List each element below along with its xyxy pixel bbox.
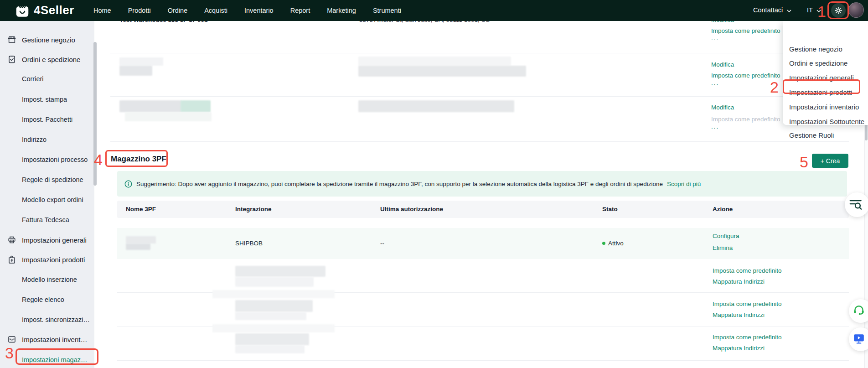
redacted-name (119, 100, 181, 112)
nav-inventario[interactable]: Inventario (244, 7, 274, 14)
row-divider (110, 96, 849, 97)
last-auth-cell: -- (380, 240, 384, 247)
create-button[interactable]: + Crea (812, 154, 848, 168)
page-title: Magazzino 3PF (111, 155, 166, 164)
mappatura-indirizzi-link[interactable]: Mappatura Indirizzi (713, 311, 765, 318)
sidebar-item-label: Impostazioni processo (22, 156, 88, 163)
nav-strumenti[interactable]: Strumenti (373, 7, 401, 14)
nav-acquisti[interactable]: Acquisti (204, 7, 227, 14)
redacted-cell (235, 345, 305, 353)
imposta-predefinito-link[interactable]: Imposta come predefinito (713, 301, 782, 307)
imposta-predefinito-link[interactable]: Imposta come predefinito (711, 27, 780, 34)
menu-impostazioni-prodotti[interactable]: Impostazioni prodotti (789, 88, 852, 98)
nav-home[interactable]: Home (93, 7, 111, 14)
sidebar-item-regole-spedizione[interactable]: Regole di spedizione (0, 175, 94, 185)
sidebar-item-impostazioni-magazzini[interactable]: Impostazioni magazzini (0, 355, 94, 365)
sidebar-item-label: Ordini e spedizione (22, 56, 80, 63)
sidebar-item-impostazioni-processo[interactable]: Impostazioni processo (0, 155, 94, 165)
headset-chat-icon (853, 305, 865, 316)
more-actions-link[interactable]: ... (711, 35, 719, 41)
nav-prodotti[interactable]: Prodotti (128, 7, 151, 14)
sidebar-item-regole-elenco[interactable]: Regole elenco (0, 295, 94, 305)
sidebar-item-modello-export-ordini[interactable]: Modello export ordini (0, 195, 94, 205)
gear-icon (834, 6, 843, 15)
more-actions-link[interactable]: ... (711, 123, 719, 130)
mappatura-indirizzi-link[interactable]: Mappatura Indirizzi (713, 278, 765, 285)
more-actions-link[interactable]: ... (711, 79, 719, 86)
redacted-cell (235, 312, 306, 320)
nav-ordine[interactable]: Ordine (168, 7, 188, 14)
sidebar-item-label: Corrieri (22, 75, 44, 83)
annotation-number-4: 4 (94, 152, 103, 167)
main-nav: Home Prodotti Ordine Acquisti Inventario… (93, 0, 401, 21)
tip-text: Suggerimento: Dopo aver aggiunto il maga… (136, 181, 663, 187)
sidebar-item-label: Impost. sincronizzazio... (22, 316, 90, 323)
modifica-link[interactable]: Modifica (711, 104, 734, 111)
sidebar-item-label: Impostazioni magazzini (22, 356, 90, 363)
settings-gear-button[interactable] (831, 3, 846, 18)
sidebar-item-label: Regole di spedizione (22, 176, 83, 183)
imposta-predefinito-link[interactable]: Imposta come predefinito (713, 334, 782, 341)
redacted-name (119, 57, 163, 66)
search-list-icon (849, 198, 862, 211)
menu-gestione-negozio[interactable]: Gestione negozio (789, 45, 842, 55)
sidebar-item-label: Impostazioni prodotti (22, 256, 85, 264)
4seller-logo-icon (16, 4, 29, 17)
sidebar-item-impostazioni-generali[interactable]: Impostazioni generali (0, 235, 94, 245)
redacted-cell (212, 290, 335, 298)
sidebar-item-modello-inserzione[interactable]: Modello inserzione (0, 275, 94, 285)
row-divider (117, 360, 849, 361)
sidebar-item-impost-sincronizzazione[interactable]: Impost. sincronizzazio... (0, 315, 94, 325)
sidebar-item-impost-stampa[interactable]: Impost. stampa (0, 94, 94, 104)
sidebar-item-fattura-tedesca[interactable]: Fattura Tedesca (0, 215, 94, 225)
support-chat-fab[interactable] (849, 299, 868, 323)
sidebar-item-label: Fattura Tedesca (22, 216, 69, 223)
redacted-address (358, 100, 514, 112)
menu-impostazioni-sottoutente[interactable]: Impostazioni Sottoutente (789, 118, 864, 128)
printer-icon (7, 235, 16, 244)
nav-report[interactable]: Report (290, 7, 310, 14)
chevron-down-icon (787, 10, 791, 12)
bag-upload-icon (7, 255, 16, 264)
menu-impostazioni-inventario[interactable]: Impostazioni inventario (789, 103, 859, 113)
imposta-predefinito-link[interactable]: Imposta come predefinito (713, 267, 782, 274)
topbar: 4Seller Home Prodotti Ordine Acquisti In… (0, 0, 868, 21)
quick-search-fab[interactable] (845, 192, 868, 217)
demo-video-fab[interactable] (849, 327, 868, 351)
sidebar-item-gestione-negozio[interactable]: Gestione negozio (0, 35, 94, 45)
mappatura-indirizzi-link[interactable]: Mappatura Indirizzi (713, 345, 765, 352)
settings-dropdown: Gestione negozio Ordini e spedizione Imp… (783, 21, 868, 125)
menu-ordini-spedizione[interactable]: Ordini e spedizione (789, 59, 847, 69)
contattaci-menu[interactable]: Contattaci (753, 6, 791, 14)
sidebar-item-corrieri[interactable]: Corrieri (0, 74, 94, 84)
sidebar-item-label: Regole elenco (22, 296, 64, 303)
avatar[interactable] (848, 2, 864, 18)
logo-text: 4Seller (34, 3, 74, 17)
language-label: IT (807, 6, 813, 14)
sidebar-item-label: Modello export ordini (22, 196, 83, 203)
redacted-name (119, 66, 152, 76)
sidebar-item-impostazioni-prodotti[interactable]: Impostazioni prodotti (0, 254, 94, 264)
sidebar-item-indirizzo[interactable]: Indirizzo (0, 135, 94, 145)
tip-link[interactable]: Scopri di più (667, 181, 701, 187)
modifica-link[interactable]: Modifica (711, 61, 734, 68)
sidebar: Gestione negozio Ordini e spedizione Cor… (0, 21, 94, 368)
row-divider (110, 53, 849, 53)
clipboard-check-icon (7, 55, 16, 64)
status-badge: Attivo (608, 240, 624, 247)
imposta-predefinito-link[interactable]: Imposta come predefinito (711, 72, 780, 79)
integration-cell: SHIPBOB (235, 240, 263, 247)
sidebar-item-impostazioni-inventario[interactable]: Impostazioni inventario (0, 334, 94, 344)
annotation-number-2: 2 (770, 79, 779, 95)
menu-impostazioni-generali[interactable]: Impostazioni generali (789, 74, 854, 84)
elimina-link[interactable]: Elimina (713, 244, 733, 251)
sidebar-item-ordini-spedizione[interactable]: Ordini e spedizione (0, 54, 94, 64)
sidebar-item-label: Impostazioni inventario (22, 336, 90, 343)
col-stato: Stato (602, 206, 618, 213)
sidebar-item-label: Indirizzo (22, 136, 46, 143)
configura-link[interactable]: Configura (713, 233, 739, 239)
monitor-play-icon (853, 333, 865, 345)
sidebar-item-impost-pacchetti[interactable]: Impost. Pacchetti (0, 114, 94, 124)
menu-gestione-ruoli[interactable]: Gestione Ruoli (789, 131, 834, 141)
nav-marketing[interactable]: Marketing (327, 7, 356, 14)
